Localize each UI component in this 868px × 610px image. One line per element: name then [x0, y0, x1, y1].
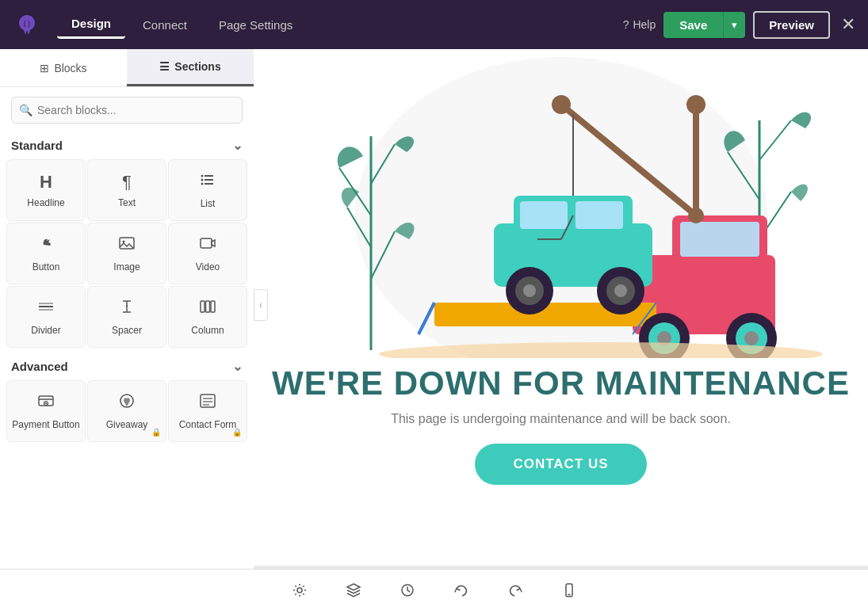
svg-rect-19 — [201, 395, 215, 407]
canvas-area: WE'RE DOWN FOR MAINTENANCE This page is … — [254, 49, 868, 569]
bottom-toolbar — [0, 569, 868, 610]
tab-blocks[interactable]: ⊞ Blocks — [0, 49, 127, 86]
column-icon — [199, 298, 216, 320]
save-dropdown-button[interactable]: ▾ — [723, 12, 745, 38]
maintenance-illustration — [292, 57, 831, 358]
blocks-icon: ⊞ — [40, 62, 49, 74]
svg-point-4 — [201, 179, 204, 181]
block-button[interactable]: Button — [6, 223, 86, 284]
list-icon — [199, 171, 216, 193]
block-contact-form[interactable]: Contact Form 🔒 — [168, 380, 247, 442]
svg-point-3 — [201, 175, 204, 177]
advanced-section-header[interactable]: Advanced ⌄ — [0, 354, 254, 380]
svg-rect-14 — [211, 301, 215, 312]
svg-point-42 — [688, 208, 704, 223]
canvas-content: WE'RE DOWN FOR MAINTENANCE This page is … — [254, 49, 868, 569]
maintenance-canvas: WE'RE DOWN FOR MAINTENANCE This page is … — [254, 49, 868, 569]
maintenance-subtitle: This page is undergoing maintenance and … — [391, 412, 731, 426]
block-video[interactable]: Video — [168, 223, 247, 284]
divider-icon — [37, 298, 55, 320]
sidebar: ⊞ Blocks ☰ Sections 🔍 Standard ⌄ — [0, 49, 254, 569]
button-icon — [37, 234, 55, 257]
undo-tool[interactable] — [447, 576, 476, 604]
svg-point-65 — [297, 588, 302, 593]
tab-page-settings[interactable]: Page Settings — [205, 12, 307, 38]
tab-connect[interactable]: Connect — [128, 12, 201, 38]
help-icon: ? — [623, 18, 629, 31]
svg-rect-8 — [201, 238, 212, 248]
svg-point-5 — [201, 183, 204, 185]
svg-rect-13 — [206, 301, 210, 312]
advanced-blocks-grid: Payment Button Giveaway 🔒 Contact Form 🔒 — [0, 380, 254, 448]
text-icon: ¶ — [122, 172, 132, 193]
sidebar-scroll: 🔍 Standard ⌄ H Headline ¶ Text — [0, 87, 254, 569]
svg-line-33 — [759, 120, 791, 160]
mobile-tool[interactable] — [555, 576, 583, 604]
save-btn-group: Save ▾ — [663, 12, 745, 38]
sidebar-search: 🔍 — [0, 87, 254, 133]
search-icon: 🔍 — [19, 104, 33, 116]
sidebar-tabs: ⊞ Blocks ☰ Sections — [0, 49, 254, 87]
collapse-handle[interactable]: ‹ — [254, 289, 268, 321]
headline-icon: H — [40, 172, 52, 193]
sections-icon: ☰ — [159, 60, 170, 73]
svg-point-55 — [614, 284, 627, 297]
svg-point-43 — [552, 95, 571, 114]
topnav-tabs: Design Connect Page Settings — [57, 10, 623, 39]
svg-rect-36 — [680, 222, 759, 257]
close-button[interactable]: ✕ — [841, 14, 855, 35]
image-icon — [118, 234, 136, 257]
lock-icon-giveaway: 🔒 — [151, 428, 161, 437]
svg-point-44 — [686, 95, 705, 114]
block-image[interactable]: Image — [87, 223, 166, 284]
svg-rect-12 — [201, 301, 205, 312]
history-tool[interactable] — [393, 576, 422, 604]
redo-tool[interactable] — [501, 576, 530, 604]
lock-icon-contact-form: 🔒 — [232, 428, 242, 437]
topnav: Design Connect Page Settings ? Help Save… — [0, 0, 868, 49]
help-button[interactable]: ? Help — [623, 18, 656, 31]
save-button[interactable]: Save — [663, 12, 723, 38]
block-divider[interactable]: Divider — [6, 286, 86, 348]
tab-sections[interactable]: ☰ Sections — [127, 49, 254, 86]
main-layout: ⊞ Blocks ☰ Sections 🔍 Standard ⌄ — [0, 49, 868, 569]
svg-rect-49 — [575, 201, 623, 229]
chevron-down-icon-2: ⌄ — [232, 359, 243, 374]
search-input[interactable] — [11, 97, 243, 124]
payment-button-icon — [37, 392, 55, 414]
layers-tool[interactable] — [339, 576, 368, 604]
block-payment-button[interactable]: Payment Button — [6, 380, 86, 442]
topnav-right: ? Help Save ▾ Preview ✕ — [623, 11, 855, 39]
contact-us-button[interactable]: CONTACT US — [475, 444, 646, 485]
spacer-icon — [118, 298, 136, 320]
svg-rect-48 — [520, 201, 568, 229]
block-headline[interactable]: H Headline — [6, 159, 86, 221]
block-spacer[interactable]: Spacer — [87, 286, 166, 348]
block-list[interactable]: List — [168, 159, 247, 221]
tab-design[interactable]: Design — [57, 10, 125, 39]
block-giveaway[interactable]: Giveaway 🔒 — [87, 380, 166, 442]
logo — [13, 10, 41, 39]
maintenance-title: WE'RE DOWN FOR MAINTENANCE — [272, 364, 850, 402]
settings-tool[interactable] — [285, 576, 314, 604]
svg-point-52 — [523, 284, 536, 297]
canvas-bottom-border — [254, 566, 868, 569]
standard-section-header[interactable]: Standard ⌄ — [0, 133, 254, 159]
preview-button[interactable]: Preview — [753, 11, 830, 39]
standard-blocks-grid: H Headline ¶ Text List — [0, 159, 254, 354]
block-column[interactable]: Column — [168, 286, 247, 348]
chevron-down-icon: ⌄ — [232, 138, 243, 153]
giveaway-icon — [118, 392, 136, 414]
contact-form-icon — [199, 392, 216, 414]
block-text[interactable]: ¶ Text — [87, 159, 166, 221]
video-icon — [199, 234, 216, 257]
svg-point-61 — [744, 331, 759, 345]
